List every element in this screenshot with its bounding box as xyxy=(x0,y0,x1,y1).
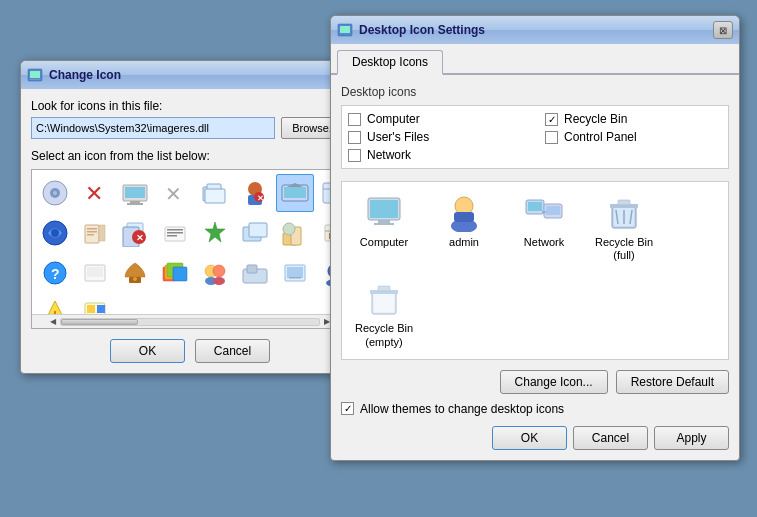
svg-marker-30 xyxy=(99,225,105,241)
network-checkbox[interactable] xyxy=(348,149,361,162)
ok-button[interactable]: OK xyxy=(110,339,185,363)
cancel-button[interactable]: Cancel xyxy=(195,339,270,363)
change-icon-button[interactable]: Change Icon... xyxy=(500,370,608,394)
allow-themes-row: Allow themes to change desktop icons xyxy=(341,402,729,416)
icon-cell[interactable]: ✕ xyxy=(76,174,114,212)
svg-rect-41 xyxy=(249,223,267,237)
svg-point-25 xyxy=(51,229,59,237)
svg-point-61 xyxy=(213,277,225,285)
icon-cell[interactable] xyxy=(236,254,274,292)
icon-cell[interactable] xyxy=(196,174,234,212)
tab-bar: Desktop Icons xyxy=(331,44,739,75)
svg-rect-99 xyxy=(378,286,390,291)
svg-rect-88 xyxy=(528,202,542,211)
file-path-input[interactable] xyxy=(31,117,275,139)
icon-cell[interactable] xyxy=(276,254,314,292)
icon-cell[interactable] xyxy=(156,214,194,252)
svg-rect-74 xyxy=(87,305,95,313)
svg-rect-28 xyxy=(87,231,97,233)
icon-cell[interactable] xyxy=(36,214,74,252)
resize-button[interactable]: ⊠ xyxy=(713,21,733,39)
icon-cell[interactable] xyxy=(196,214,234,252)
svg-text:✕: ✕ xyxy=(136,233,144,243)
svg-rect-36 xyxy=(167,229,183,231)
svg-rect-75 xyxy=(97,305,105,313)
network-icon-label: Network xyxy=(524,236,564,249)
icon-cell[interactable] xyxy=(276,174,314,212)
icon-cell[interactable]: ✕ xyxy=(236,174,274,212)
svg-point-59 xyxy=(213,265,225,277)
desktop-icon-network[interactable]: Network xyxy=(512,192,576,249)
restore-default-button[interactable]: Restore Default xyxy=(616,370,729,394)
svg-rect-2 xyxy=(30,79,40,80)
tab-content: Desktop icons Computer Recycle Bin User'… xyxy=(331,75,739,460)
icon-cell[interactable] xyxy=(76,254,114,292)
icon-cell[interactable] xyxy=(76,214,114,252)
icon-cell[interactable] xyxy=(116,174,154,212)
svg-rect-8 xyxy=(125,187,145,198)
scrollbar-track[interactable] xyxy=(60,318,320,326)
svg-rect-14 xyxy=(205,189,225,203)
icon-cell[interactable] xyxy=(196,254,234,292)
change-icon-title: Change Icon xyxy=(49,68,327,82)
svg-rect-79 xyxy=(340,26,350,33)
checkbox-computer: Computer xyxy=(348,112,525,126)
svg-rect-27 xyxy=(87,228,97,230)
change-icon-dialog-buttons: OK Cancel xyxy=(31,339,349,363)
select-icon-label: Select an icon from the list below: xyxy=(31,149,349,163)
icon-cell[interactable] xyxy=(116,254,154,292)
svg-rect-65 xyxy=(287,267,303,278)
desktop-icon-preview: Computer admin xyxy=(341,181,729,360)
file-input-row: Browse... xyxy=(31,117,349,139)
svg-rect-82 xyxy=(378,220,390,223)
svg-rect-9 xyxy=(130,201,140,203)
horizontal-scrollbar[interactable]: ◀ ▶ xyxy=(32,314,348,328)
icon-cell[interactable] xyxy=(276,214,314,252)
icon-cell[interactable]: ✕ xyxy=(116,214,154,252)
recycle-bin-checkbox[interactable] xyxy=(545,113,558,126)
icon-cell[interactable] xyxy=(36,174,74,212)
scrollbar-thumb[interactable] xyxy=(61,319,138,325)
cancel-final-button[interactable]: Cancel xyxy=(573,426,648,450)
tab-desktop-icons[interactable]: Desktop Icons xyxy=(337,50,443,75)
svg-marker-39 xyxy=(205,222,225,242)
users-files-checkbox[interactable] xyxy=(348,131,361,144)
svg-rect-95 xyxy=(618,200,630,205)
svg-rect-83 xyxy=(374,223,394,225)
svg-rect-63 xyxy=(247,265,257,273)
icon-grid-container: ✕ ✕ ✕ xyxy=(31,169,349,329)
svg-rect-29 xyxy=(87,234,94,236)
ok-final-button[interactable]: OK xyxy=(492,426,567,450)
scroll-left[interactable]: ◀ xyxy=(46,315,60,329)
svg-rect-57 xyxy=(173,267,187,281)
desktop-icon-recycle-full[interactable]: Recycle Bin(full) xyxy=(592,192,656,262)
allow-themes-checkbox[interactable] xyxy=(341,402,354,415)
computer-checkbox[interactable] xyxy=(348,113,361,126)
svg-text:?: ? xyxy=(51,266,60,282)
admin-icon-img xyxy=(444,192,484,232)
apply-final-button[interactable]: Apply xyxy=(654,426,729,450)
svg-text:✕: ✕ xyxy=(257,194,264,203)
checkbox-network: Network xyxy=(348,148,525,162)
icon-grid: ✕ ✕ ✕ xyxy=(32,170,348,329)
icon-cell[interactable] xyxy=(156,254,194,292)
recycle-empty-icon-img xyxy=(364,278,404,318)
network-icon-img xyxy=(524,192,564,232)
desktop-icon-admin[interactable]: admin xyxy=(432,192,496,249)
checkbox-users-files: User's Files xyxy=(348,130,525,144)
icon-cell[interactable]: ? xyxy=(36,254,74,292)
svg-point-5 xyxy=(53,191,57,195)
change-icon-window: Change Icon ✕ Look for icons in this fil… xyxy=(20,60,360,374)
icon-cell[interactable] xyxy=(236,214,274,252)
desktop-icon-computer[interactable]: Computer xyxy=(352,192,416,249)
svg-point-44 xyxy=(283,223,295,235)
control-panel-checkbox[interactable] xyxy=(545,131,558,144)
svg-rect-20 xyxy=(284,187,306,198)
svg-rect-97 xyxy=(374,294,394,312)
final-buttons: OK Cancel Apply xyxy=(341,426,729,450)
desktop-icon-recycle-empty[interactable]: Recycle Bin(empty) xyxy=(352,278,416,348)
computer-icon-label: Computer xyxy=(360,236,408,249)
checkbox-recycle-bin: Recycle Bin xyxy=(545,112,722,126)
control-panel-label: Control Panel xyxy=(564,130,637,144)
icon-cell[interactable]: ✕ xyxy=(156,174,194,212)
